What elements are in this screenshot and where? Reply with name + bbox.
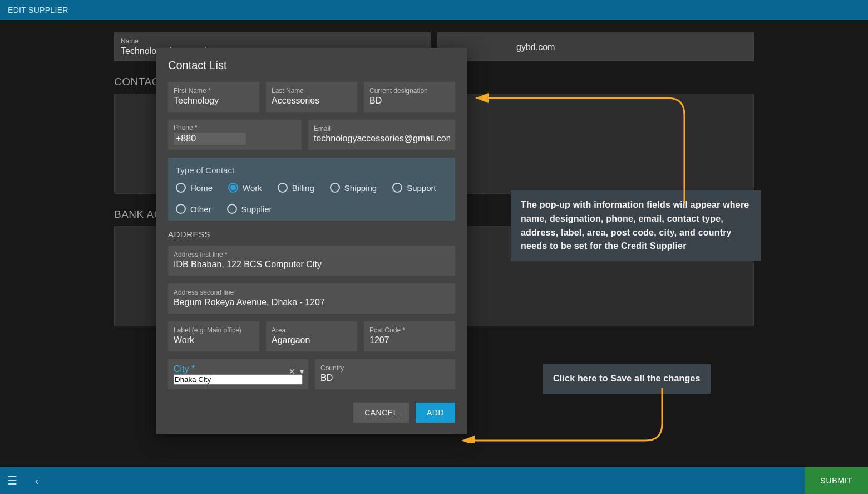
callout-save-changes: Click here to Save all the changes bbox=[543, 364, 711, 394]
country-input[interactable] bbox=[320, 373, 450, 383]
radio-other[interactable]: Other bbox=[176, 204, 211, 214]
radio-dot-icon bbox=[176, 204, 186, 214]
name-label: Name bbox=[121, 37, 424, 45]
radio-support[interactable]: Support bbox=[392, 183, 436, 193]
last-name-input[interactable] bbox=[272, 96, 352, 106]
bottombar: ☰ ‹ SUBMIT bbox=[0, 467, 868, 494]
submit-label: SUBMIT bbox=[820, 476, 852, 485]
radio-label: Support bbox=[407, 183, 436, 193]
radio-work[interactable]: Work bbox=[228, 183, 262, 193]
modal-title: Contact List bbox=[168, 59, 455, 72]
radio-label: Other bbox=[190, 204, 211, 214]
contact-type-box: Type of Contact HomeWorkBillingShippingS… bbox=[168, 158, 455, 221]
city-input[interactable] bbox=[174, 374, 303, 385]
first-name-input[interactable] bbox=[174, 96, 254, 106]
radio-label: Home bbox=[190, 183, 213, 193]
radio-shipping[interactable]: Shipping bbox=[330, 183, 377, 193]
radio-dot-icon bbox=[176, 183, 186, 193]
radio-dot-icon bbox=[227, 204, 237, 214]
last-name-field[interactable]: Last Name bbox=[266, 82, 357, 112]
designation-input[interactable] bbox=[369, 96, 450, 106]
cancel-button[interactable]: CANCEL bbox=[353, 403, 409, 423]
radio-billing[interactable]: Billing bbox=[278, 183, 314, 193]
back-button[interactable]: ‹ bbox=[24, 467, 49, 494]
right-value: gybd.com bbox=[444, 42, 747, 52]
area-input[interactable] bbox=[272, 335, 352, 345]
area-field[interactable]: Area bbox=[266, 321, 357, 351]
contact-type-title: Type of Contact bbox=[176, 165, 447, 175]
radio-label: Work bbox=[243, 183, 262, 193]
country-field[interactable]: Country bbox=[315, 359, 455, 389]
postcode-input[interactable] bbox=[369, 335, 450, 345]
clear-icon[interactable]: ✕ bbox=[289, 367, 295, 376]
radio-home[interactable]: Home bbox=[176, 183, 213, 193]
radio-label: Billing bbox=[292, 183, 314, 193]
chevron-down-icon[interactable]: ▾ bbox=[300, 367, 304, 376]
radio-dot-icon bbox=[330, 183, 340, 193]
designation-field[interactable]: Current designation bbox=[364, 82, 455, 112]
label-input[interactable] bbox=[174, 335, 254, 345]
address-section-title: ADDRESS bbox=[168, 229, 455, 239]
address1-input[interactable] bbox=[174, 260, 450, 270]
contact-list-modal: Contact List First Name * Last Name Curr… bbox=[156, 48, 467, 434]
topbar: EDIT SUPPLIER bbox=[0, 0, 868, 20]
label-field[interactable]: Label (e.g. Main office) bbox=[168, 321, 259, 351]
add-button[interactable]: ADD bbox=[416, 403, 455, 423]
address2-input[interactable] bbox=[174, 297, 450, 307]
address1-field[interactable]: Address first line * bbox=[168, 246, 455, 276]
phone-field[interactable]: Phone * bbox=[168, 120, 302, 150]
radio-dot-icon bbox=[392, 183, 402, 193]
page-title: EDIT SUPPLIER bbox=[8, 6, 68, 14]
radio-label: Supplier bbox=[241, 204, 272, 214]
page-body: Name Technology Accessories gybd.com CON… bbox=[0, 20, 868, 467]
radio-supplier[interactable]: Supplier bbox=[227, 204, 272, 214]
first-name-field[interactable]: First Name * bbox=[168, 82, 259, 112]
menu-button[interactable]: ☰ bbox=[0, 467, 24, 494]
phone-input[interactable] bbox=[174, 133, 246, 145]
radio-label: Shipping bbox=[344, 183, 377, 193]
city-field[interactable]: City * ✕ ▾ bbox=[168, 359, 308, 389]
postcode-field[interactable]: Post Code * bbox=[364, 321, 455, 351]
radio-dot-icon bbox=[278, 183, 288, 193]
email-field[interactable]: Email bbox=[308, 120, 455, 150]
chevron-left-icon: ‹ bbox=[35, 475, 39, 487]
radio-dot-icon bbox=[228, 183, 238, 193]
supplier-right-field[interactable]: gybd.com bbox=[437, 32, 754, 61]
callout-info-fields: The pop-up with information fields will … bbox=[511, 190, 761, 261]
menu-icon: ☰ bbox=[7, 474, 17, 487]
address2-field[interactable]: Address second line bbox=[168, 283, 455, 314]
email-input[interactable] bbox=[314, 134, 450, 144]
submit-button[interactable]: SUBMIT bbox=[805, 467, 868, 494]
